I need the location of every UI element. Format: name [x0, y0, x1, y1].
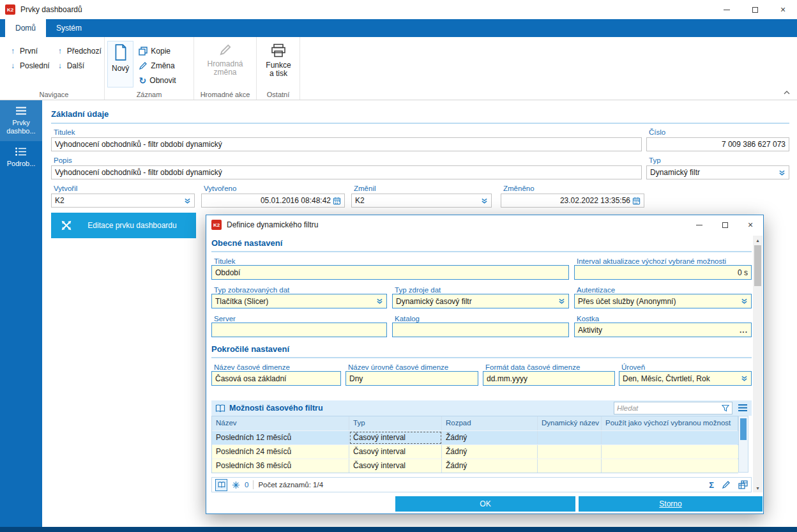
autentizace-field[interactable] [574, 294, 752, 308]
last-button[interactable]: ↓ Poslední [6, 58, 52, 73]
chevron-down-icon[interactable] [741, 298, 748, 305]
column-header[interactable]: Typ [349, 416, 442, 430]
dlg-titulek-input[interactable] [215, 268, 565, 277]
chevron-down-icon[interactable] [481, 197, 488, 204]
scrollbar-up-arrow[interactable]: ▴ [753, 236, 763, 245]
table-cell[interactable]: Žádný [442, 431, 538, 445]
interval-input[interactable] [578, 268, 748, 277]
table-scrollbar-thumb[interactable] [740, 418, 747, 440]
snowflake-icon[interactable] [232, 481, 240, 489]
table-cell[interactable] [602, 459, 739, 473]
table-cell[interactable]: Časový interval [349, 459, 442, 473]
table-row[interactable]: Posledních 36 měsíců Časový interval Žád… [212, 459, 738, 473]
format-data-input[interactable] [487, 374, 611, 383]
format-data-field[interactable] [483, 371, 615, 386]
table-cell[interactable]: Žádný [442, 459, 538, 473]
chevron-down-icon[interactable] [741, 375, 748, 382]
dlg-titulek-field[interactable] [211, 265, 569, 280]
nazev-dimenze-field[interactable] [211, 371, 341, 386]
zmenil-field[interactable] [351, 194, 492, 208]
table-cell[interactable]: Posledních 24 měsíců [212, 445, 349, 459]
table-row[interactable]: Posledních 24 měsíců Časový interval Žád… [212, 445, 738, 459]
kostka-input[interactable] [578, 326, 738, 335]
minimize-button[interactable] [713, 0, 741, 19]
uroven-select[interactable] [623, 374, 739, 383]
popis-input[interactable] [55, 168, 638, 177]
dialog-maximize-button[interactable] [712, 215, 738, 234]
table-menu-icon[interactable] [738, 404, 748, 412]
zmenil-select[interactable] [355, 196, 479, 205]
book-view-toggle[interactable] [215, 479, 227, 491]
calendar-icon[interactable] [333, 197, 341, 205]
uroven-field[interactable] [619, 371, 752, 386]
zmeneno-field[interactable] [501, 194, 644, 208]
table-cell[interactable] [602, 445, 739, 459]
nazev-dimenze-input[interactable] [215, 374, 337, 383]
calendar-icon[interactable] [632, 197, 641, 205]
dialog-minimize-button[interactable] [687, 215, 712, 234]
titulek-field[interactable] [51, 137, 642, 151]
copy-button[interactable]: Kopie [136, 43, 178, 58]
typ-zobrazovanych-select[interactable] [215, 297, 374, 306]
dialog-close-button[interactable]: × [738, 215, 763, 234]
table-cell[interactable]: Posledních 12 měsíců [212, 431, 349, 445]
typ-zdroje-select[interactable] [396, 297, 556, 306]
sum-icon[interactable]: Σ [709, 480, 714, 490]
tab-system[interactable]: Systém [46, 19, 92, 37]
sidebar-item-prvky-dashboardu[interactable]: Prvky dashbo... [0, 100, 42, 141]
search-box[interactable] [614, 402, 732, 414]
table-cell[interactable]: Posledních 36 měsíců [212, 459, 349, 473]
column-header[interactable]: Rozpad [442, 416, 538, 430]
tab-domu[interactable]: Domů [5, 19, 46, 37]
table-cell[interactable]: Žádný [442, 445, 538, 459]
column-header[interactable]: Název [212, 416, 349, 430]
cislo-field[interactable] [646, 137, 789, 151]
filter-funnel-icon[interactable] [722, 404, 729, 412]
dialog-scrollbar[interactable]: ▴ ▾ [753, 236, 763, 492]
edit-dashboard-element-button[interactable]: Editace prvku dashboardu [51, 213, 196, 238]
kostka-field[interactable]: ... [574, 323, 752, 337]
column-header[interactable]: Použít jako výchozí vybranou možnost [602, 416, 739, 430]
vytvoreno-datetime-input[interactable] [205, 196, 331, 205]
autentizace-select[interactable] [578, 297, 739, 306]
chevron-down-icon[interactable] [558, 298, 565, 305]
table-scrollbar[interactable] [738, 416, 748, 473]
ok-button[interactable]: OK [395, 496, 575, 512]
collapse-ribbon-button[interactable] [783, 88, 791, 97]
typ-field[interactable] [646, 165, 789, 179]
table-cell[interactable] [538, 431, 602, 445]
change-button[interactable]: Změna [136, 58, 178, 73]
sidebar-item-podrobnosti[interactable]: Podrob... [0, 141, 42, 174]
katalog-input[interactable] [396, 326, 565, 335]
titulek-input[interactable] [55, 140, 638, 149]
zmeneno-datetime-input[interactable] [505, 196, 630, 205]
chevron-down-icon[interactable] [778, 169, 786, 176]
popis-field[interactable] [51, 165, 642, 179]
chevron-down-icon[interactable] [184, 197, 191, 204]
table-cell[interactable] [538, 445, 602, 459]
vytvoreno-field[interactable] [201, 194, 345, 208]
next-button[interactable]: ↓ Další [54, 58, 104, 73]
edit-pencil-icon[interactable] [722, 480, 731, 489]
copy-table-icon[interactable] [738, 480, 748, 489]
table-cell[interactable] [602, 431, 739, 445]
new-button[interactable]: Nový [107, 41, 133, 87]
storno-button[interactable]: Storno [579, 496, 763, 512]
cislo-input[interactable] [650, 140, 786, 149]
browse-ellipsis-button[interactable]: ... [740, 327, 748, 333]
scrollbar-thumb[interactable] [754, 245, 761, 286]
vytvoril-select[interactable] [55, 196, 182, 205]
close-button[interactable]: × [769, 0, 797, 19]
chevron-down-icon[interactable] [376, 298, 383, 305]
functions-print-button[interactable]: Funkce a tisk [259, 41, 298, 80]
table-row[interactable]: Posledních 12 měsíců Časový interval Žád… [212, 430, 738, 445]
typ-zobrazovanych-field[interactable] [211, 294, 387, 308]
maximize-button[interactable] [741, 0, 769, 19]
column-header[interactable]: Dynamický název [538, 416, 602, 430]
katalog-field[interactable] [392, 323, 569, 337]
vytvoril-field[interactable] [51, 194, 195, 208]
first-button[interactable]: ↑ První [6, 43, 52, 58]
nazev-urovne-input[interactable] [349, 374, 474, 383]
search-input[interactable] [617, 404, 720, 412]
scrollbar-down-arrow[interactable]: ▾ [753, 483, 763, 492]
